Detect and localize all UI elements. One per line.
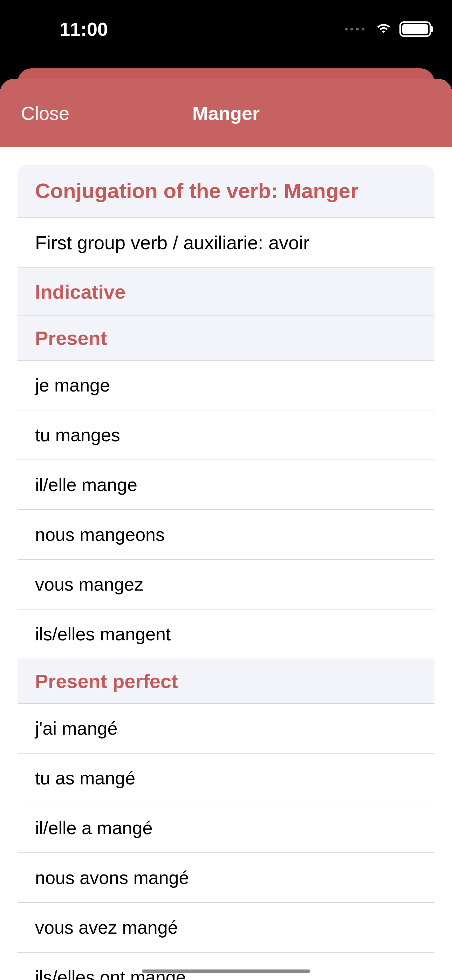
page-title: Conjugation of the verb: Manger bbox=[18, 165, 434, 218]
conjugation-row: nous mangeons bbox=[18, 510, 434, 560]
status-bar: 11:00 bbox=[0, 0, 452, 58]
tense-header-present: Present bbox=[18, 316, 434, 361]
conjugation-row: tu manges bbox=[18, 410, 434, 460]
status-right bbox=[345, 21, 431, 37]
home-indicator[interactable] bbox=[142, 969, 310, 973]
conjugation-row: vous mangez bbox=[18, 560, 434, 609]
conjugation-row: j'ai mangé bbox=[18, 704, 434, 754]
conjugation-row: vous avez mangé bbox=[18, 903, 434, 953]
conjugation-row: il/elle a mangé bbox=[18, 803, 434, 853]
modal-sheet: Close Manger Conjugation of the verb: Ma… bbox=[0, 79, 452, 980]
conjugation-row: ils/elles mangent bbox=[18, 609, 434, 659]
page-dots bbox=[345, 28, 364, 30]
conjugation-row: tu as mangé bbox=[18, 754, 434, 803]
conjugation-row: je mange bbox=[18, 361, 434, 410]
verb-info: First group verb / auxiliarie: avoir bbox=[18, 218, 434, 268]
status-time: 11:00 bbox=[60, 18, 108, 40]
tense-header-present-perfect: Present perfect bbox=[18, 659, 434, 704]
conjugation-row: ils/elles ont mangé bbox=[18, 953, 434, 980]
close-button[interactable]: Close bbox=[21, 102, 69, 124]
conjugation-row: nous avons mangé bbox=[18, 853, 434, 903]
content-scroll[interactable]: Conjugation of the verb: Manger First gr… bbox=[0, 147, 452, 980]
conjugation-row: il/elle mange bbox=[18, 460, 434, 510]
nav-bar: Close Manger bbox=[0, 79, 452, 147]
mood-header-indicative: Indicative bbox=[18, 268, 434, 316]
wifi-icon bbox=[375, 21, 392, 37]
battery-icon bbox=[399, 21, 431, 37]
